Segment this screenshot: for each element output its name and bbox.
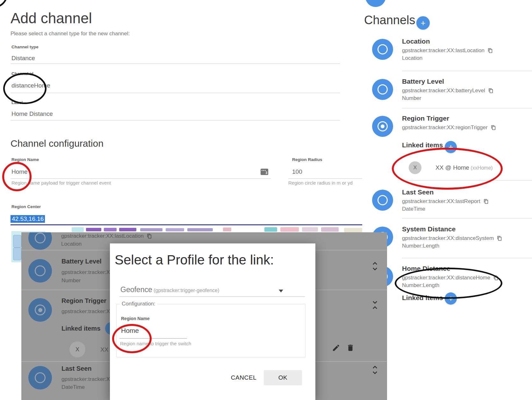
channel-type: Number:Length	[402, 243, 502, 249]
dropdown-arrow-icon[interactable]	[279, 290, 283, 292]
divider	[402, 108, 532, 109]
map-zoom-out-button	[13, 248, 21, 260]
channel-uid: gpstracker:tracker:XX:distanceHome	[402, 275, 490, 281]
copy-icon[interactable]	[493, 275, 499, 280]
region-name-label: Region Name	[11, 157, 39, 162]
cropped-avatar-circle	[365, 0, 386, 7]
region-radius-input[interactable]: 100	[292, 168, 302, 175]
add-linked-item-button[interactable]	[445, 141, 457, 153]
channel-state-icon	[372, 79, 393, 100]
region-name-underline	[11, 178, 271, 179]
region-name-input[interactable]: Home	[11, 168, 28, 175]
form-intro: Please select a channel type for the new…	[11, 31, 130, 37]
dialog-title: Select a Profile for the link:	[115, 252, 274, 268]
channel-title: System Distance	[402, 225, 502, 233]
add-linked-item-button[interactable]	[445, 292, 457, 305]
map-fragment	[302, 227, 318, 232]
channel-uid: gpstracker:tracker:XX:lastLocation	[61, 233, 144, 239]
edit-pencil-icon	[332, 344, 340, 352]
map-fragment	[86, 228, 101, 231]
copy-icon[interactable]	[491, 125, 496, 130]
cancel-button[interactable]: CANCEL	[228, 371, 260, 385]
channel-uid: gpstracker:tracker:XX:batteryLevel	[402, 88, 485, 94]
map-fragment	[321, 227, 339, 232]
channel-uid: gpstracker:tracker:XX:regionTrigger	[402, 124, 488, 131]
dialog-region-name-input[interactable]: Home	[121, 327, 139, 334]
linked-item-label: XX @ Home	[435, 164, 469, 171]
channel-title: Location	[402, 38, 493, 45]
channel-id-input[interactable]: distanceHome	[11, 82, 50, 89]
map-fragment	[119, 228, 136, 231]
channel-title: Last Seen	[61, 365, 91, 372]
region-center-focus-underline	[11, 224, 362, 225]
dialog-region-name-underline	[119, 338, 187, 339]
label-input[interactable]: Home Distance	[11, 110, 53, 117]
region-radius-label: Region Radius	[292, 157, 322, 162]
ok-button[interactable]: OK	[264, 370, 302, 385]
channel-title: Region Trigger	[402, 115, 496, 122]
linked-items-label: Linked items	[402, 294, 443, 302]
map-zoom-in-button	[13, 235, 21, 248]
channel-row: Battery Level gpstracker:tracker:XX:batt…	[372, 78, 532, 102]
channel-type-input[interactable]: Distance	[11, 55, 35, 62]
map-fragment	[223, 228, 231, 231]
channel-uid: gpstracker:tracker:X	[61, 376, 110, 382]
label-label: Label	[11, 100, 23, 105]
channel-type: DateTime	[61, 384, 85, 390]
map-fragment	[72, 227, 84, 232]
region-radius-underline	[288, 178, 362, 179]
channel-title: Battery Level	[402, 78, 493, 85]
channel-state-icon	[28, 232, 52, 250]
select-underline	[119, 296, 305, 297]
profile-select-suffix: (gpstracker:trigger-geofence)	[154, 288, 219, 293]
channel-state-icon	[28, 366, 52, 389]
map-fragment	[140, 228, 162, 231]
channel-title: Battery Level	[61, 258, 102, 265]
channel-row: System Distance gpstracker:tracker:XX:di…	[372, 225, 532, 249]
region-center-label: Region Center	[11, 204, 41, 209]
channel-row: Region Trigger gpstracker:tracker:XX:reg…	[372, 115, 532, 137]
channel-type-underline	[11, 63, 340, 64]
map-fragment	[104, 228, 117, 231]
channel-type: Location	[61, 241, 82, 247]
linked-item[interactable]: XX @ Home (xxHome)	[435, 164, 493, 171]
region-name-helper: Region name payload for trigger channel …	[11, 180, 111, 186]
copy-icon[interactable]	[488, 88, 493, 93]
copy-icon[interactable]	[497, 236, 502, 241]
channel-row: Last Seen gpstracker:tracker:XX:lastRepo…	[372, 188, 532, 212]
annotation-ellipse-corner	[0, 0, 8, 8]
linked-item-avatar[interactable]: X	[409, 161, 421, 174]
linked-items-label: Linked items	[61, 325, 100, 332]
channel-id-underline	[11, 93, 340, 93]
add-channel-button[interactable]	[416, 16, 430, 30]
reorder-chevrons-icon	[372, 262, 378, 272]
channel-state-icon	[28, 259, 52, 283]
app-screen: Add channel Please select a channel type…	[0, 0, 532, 400]
configuration-fieldset: Configuration:	[116, 301, 306, 357]
profile-select[interactable]: Geofence (gpstracker:trigger-geofence)	[120, 285, 219, 294]
linked-items-label: Linked items	[402, 141, 443, 149]
copy-icon[interactable]	[484, 199, 489, 204]
divider	[402, 218, 532, 219]
region-radius-helper: Region circle radius in m or yd	[288, 180, 353, 186]
channel-uid: gpstracker:tracker:XX:distanceSystem	[402, 235, 494, 242]
channel-uid: gpstracker:tracker:XX:lastLocation	[402, 47, 485, 54]
reorder-chevrons-icon	[372, 365, 378, 375]
map-fragment	[280, 227, 299, 232]
label-underline	[11, 120, 340, 121]
dialog-region-name-helper: Region name to trigger the switch	[120, 341, 191, 346]
region-center-input[interactable]: 42.53,16.16	[11, 215, 45, 223]
delete-trash-icon	[346, 344, 355, 352]
channel-uid: gpstracker:tracker:X	[61, 269, 110, 276]
channel-state-icon	[372, 190, 393, 211]
map-fragment	[264, 227, 277, 232]
map-fragment	[344, 228, 362, 232]
channel-row: Location gpstracker:tracker:XX:lastLocat…	[372, 38, 532, 61]
map-fragment	[166, 228, 184, 231]
channel-type: Number:Length	[402, 282, 499, 289]
channel-title: Region Trigger	[61, 297, 106, 305]
channel-trigger-icon	[372, 116, 393, 137]
numeric-keyboard-icon[interactable]: 3	[261, 169, 268, 175]
copy-icon[interactable]	[488, 48, 493, 53]
collapse-chevrons-icon	[372, 300, 378, 311]
